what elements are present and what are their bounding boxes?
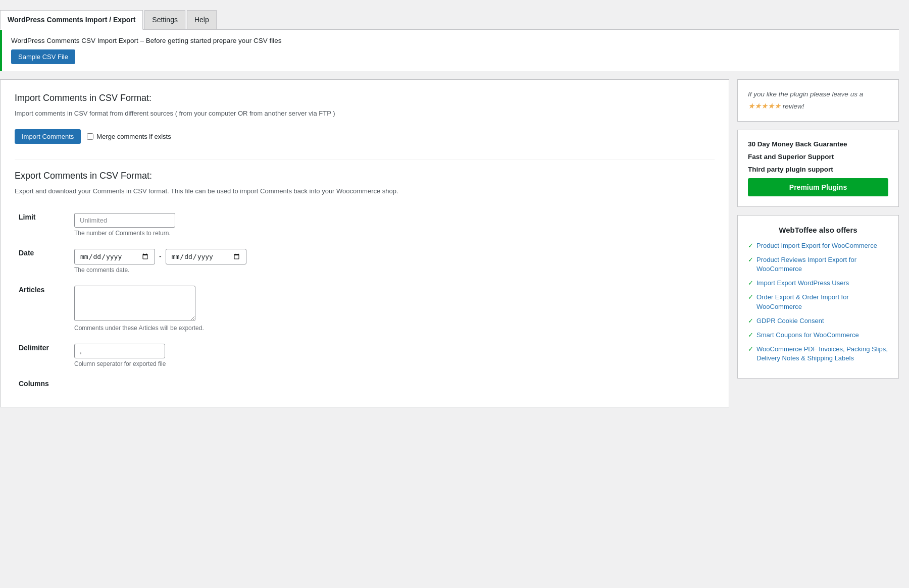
- page-wrapper: WordPress Comments Import / Export Setti…: [0, 0, 909, 417]
- limit-hint: The number of Comments to return.: [74, 230, 711, 237]
- merge-label[interactable]: Merge comments if exists: [87, 133, 171, 140]
- delimiter-input[interactable]: [74, 344, 165, 358]
- check-icon: ✓: [748, 317, 753, 325]
- date-row: Date - The comments date.: [15, 243, 715, 280]
- check-icon: ✓: [748, 279, 753, 287]
- export-form-table: Limit The number of Comments to return. …: [15, 207, 715, 394]
- offer-link[interactable]: GDPR Cookie Consent: [756, 316, 824, 326]
- premium-features-list: 30 Day Money Back Guarantee Fast and Sup…: [748, 140, 888, 173]
- articles-textarea[interactable]: [74, 286, 195, 321]
- offers-title: WebToffee also offers: [748, 226, 888, 234]
- premium-feature-2: Third party plugin support: [748, 166, 888, 173]
- premium-plugins-button[interactable]: Premium Plugins: [748, 178, 888, 196]
- review-text: If you like the plugin please leave us a…: [748, 89, 888, 112]
- review-text-after: review!: [783, 102, 804, 110]
- offers-list: ✓ Product Import Export for WooCommerce …: [748, 241, 888, 363]
- date-from-input[interactable]: [74, 249, 155, 264]
- offer-item: ✓ WooCommerce PDF Invoices, Packing Slip…: [748, 345, 888, 363]
- offer-item: ✓ Product Reviews Import Export for WooC…: [748, 255, 888, 274]
- offer-item: ✓ GDPR Cookie Consent: [748, 316, 888, 326]
- export-desc: Export and download your Comments in CSV…: [15, 186, 715, 197]
- columns-row: Columns: [15, 373, 715, 394]
- date-range: -: [74, 249, 711, 264]
- check-icon: ✓: [748, 293, 753, 301]
- merge-label-text: Merge comments if exists: [96, 133, 171, 140]
- limit-input[interactable]: [74, 213, 175, 228]
- delimiter-cell: Column seperator for exported file: [70, 338, 715, 373]
- premium-feature-1: Fast and Superior Support: [748, 153, 888, 161]
- export-title: Export Comments in CSV Format:: [15, 171, 715, 181]
- import-desc: Import comments in CSV format from diffe…: [15, 109, 715, 119]
- check-icon: ✓: [748, 256, 753, 263]
- check-icon: ✓: [748, 242, 753, 249]
- offer-link[interactable]: Import Export WordPress Users: [756, 279, 849, 288]
- section-divider: [15, 159, 715, 159]
- date-to-input[interactable]: [166, 249, 246, 264]
- notice-bar: WordPress Comments CSV Import Export – B…: [0, 30, 899, 71]
- right-sidebar: If you like the plugin please leave us a…: [737, 79, 899, 379]
- export-section: Export Comments in CSV Format: Export an…: [15, 171, 715, 394]
- date-cell: - The comments date.: [70, 243, 715, 280]
- merge-checkbox[interactable]: [87, 133, 93, 140]
- check-icon: ✓: [748, 331, 753, 339]
- date-label: Date: [15, 243, 70, 280]
- offer-item: ✓ Smart Coupons for WooCommerce: [748, 331, 888, 340]
- date-separator: -: [159, 252, 162, 260]
- articles-row: Articles Comments under these Articles w…: [15, 280, 715, 338]
- limit-label: Limit: [15, 207, 70, 243]
- offer-link[interactable]: Smart Coupons for WooCommerce: [756, 331, 859, 340]
- columns-label: Columns: [15, 373, 70, 394]
- tab-settings[interactable]: Settings: [144, 10, 185, 29]
- check-icon: ✓: [748, 345, 753, 353]
- premium-card: 30 Day Money Back Guarantee Fast and Sup…: [737, 130, 899, 207]
- tab-main[interactable]: WordPress Comments Import / Export: [0, 10, 143, 30]
- offer-item: ✓ Product Import Export for WooCommerce: [748, 241, 888, 250]
- delimiter-hint: Column seperator for exported file: [74, 360, 711, 367]
- main-layout: Import Comments in CSV Format: Import co…: [0, 79, 899, 407]
- limit-row: Limit The number of Comments to return.: [15, 207, 715, 243]
- import-comments-button[interactable]: Import Comments: [15, 129, 81, 144]
- articles-hint: Comments under these Articles will be ex…: [74, 325, 711, 332]
- notice-text: WordPress Comments CSV Import Export – B…: [11, 37, 890, 44]
- delimiter-label: Delimiter: [15, 338, 70, 373]
- tab-help[interactable]: Help: [187, 10, 217, 29]
- tab-bar: WordPress Comments Import / Export Setti…: [0, 10, 899, 30]
- offer-item: ✓ Import Export WordPress Users: [748, 279, 888, 288]
- premium-feature-0: 30 Day Money Back Guarantee: [748, 140, 888, 148]
- offer-item: ✓ Order Export & Order Import for WooCom…: [748, 293, 888, 311]
- stars-icon: ★★★★★: [748, 101, 781, 110]
- delimiter-row: Delimiter Column seperator for exported …: [15, 338, 715, 373]
- articles-cell: Comments under these Articles will be ex…: [70, 280, 715, 338]
- offer-link[interactable]: Product Import Export for WooCommerce: [756, 241, 877, 250]
- limit-cell: The number of Comments to return.: [70, 207, 715, 243]
- offer-link[interactable]: Product Reviews Import Export for WooCom…: [756, 255, 888, 274]
- articles-label: Articles: [15, 280, 70, 338]
- date-hint: The comments date.: [74, 266, 711, 274]
- left-panel: Import Comments in CSV Format: Import co…: [0, 79, 729, 407]
- offer-link[interactable]: WooCommerce PDF Invoices, Packing Slips,…: [756, 345, 888, 363]
- import-row: Import Comments Merge comments if exists: [15, 129, 715, 144]
- import-title: Import Comments in CSV Format:: [15, 93, 715, 103]
- review-text-before: If you like the plugin please leave us a: [748, 90, 863, 98]
- import-section: Import Comments in CSV Format: Import co…: [15, 93, 715, 144]
- offer-link[interactable]: Order Export & Order Import for WooComme…: [756, 293, 888, 311]
- sample-csv-button[interactable]: Sample CSV File: [11, 49, 75, 64]
- review-card: If you like the plugin please leave us a…: [737, 79, 899, 122]
- offers-card: WebToffee also offers ✓ Product Import E…: [737, 215, 899, 379]
- columns-cell: [70, 373, 715, 394]
